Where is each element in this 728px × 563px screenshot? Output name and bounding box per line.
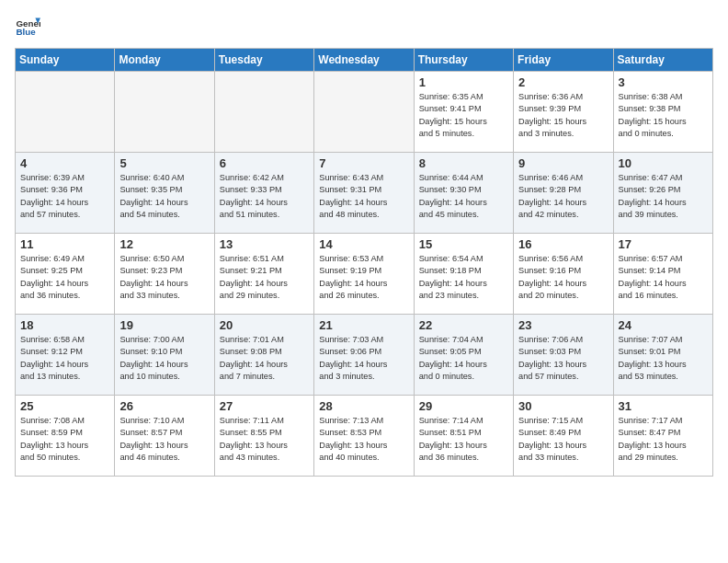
day-info: Sunrise: 6:36 AM Sunset: 9:39 PM Dayligh… [518,91,608,140]
day-number: 17 [619,237,708,251]
day-cell: 14Sunrise: 6:53 AM Sunset: 9:19 PM Dayli… [314,234,414,315]
day-info: Sunrise: 6:47 AM Sunset: 9:26 PM Dayligh… [619,172,708,221]
day-info: Sunrise: 6:40 AM Sunset: 9:35 PM Dayligh… [119,172,209,221]
weekday-header-row: SundayMondayTuesdayWednesdayThursdayFrid… [16,49,713,72]
day-cell: 17Sunrise: 6:57 AM Sunset: 9:14 PM Dayli… [613,234,712,315]
page-header: General Blue [15,15,713,40]
day-number: 24 [619,318,708,332]
day-info: Sunrise: 6:44 AM Sunset: 9:30 PM Dayligh… [419,172,508,221]
day-number: 6 [220,156,309,170]
day-cell: 30Sunrise: 7:15 AM Sunset: 8:49 PM Dayli… [514,396,613,477]
day-cell: 31Sunrise: 7:17 AM Sunset: 8:47 PM Dayli… [613,396,712,477]
day-number: 30 [518,399,608,413]
day-number: 2 [518,75,608,89]
day-cell: 22Sunrise: 7:04 AM Sunset: 9:05 PM Dayli… [414,315,513,396]
day-cell: 26Sunrise: 7:10 AM Sunset: 8:57 PM Dayli… [115,396,214,477]
weekday-header-thursday: Thursday [414,49,513,72]
day-cell: 13Sunrise: 6:51 AM Sunset: 9:21 PM Dayli… [214,234,313,315]
day-cell: 6Sunrise: 6:42 AM Sunset: 9:33 PM Daylig… [214,153,313,234]
day-number: 15 [419,237,508,251]
day-cell: 16Sunrise: 6:56 AM Sunset: 9:16 PM Dayli… [514,234,613,315]
weekday-header-monday: Monday [115,49,214,72]
day-cell: 3Sunrise: 6:38 AM Sunset: 9:38 PM Daylig… [613,72,712,153]
day-cell: 19Sunrise: 7:00 AM Sunset: 9:10 PM Dayli… [115,315,214,396]
day-info: Sunrise: 6:57 AM Sunset: 9:14 PM Dayligh… [619,253,708,302]
day-info: Sunrise: 6:38 AM Sunset: 9:38 PM Dayligh… [619,91,708,140]
day-number: 21 [319,318,408,332]
day-info: Sunrise: 6:49 AM Sunset: 9:25 PM Dayligh… [20,253,109,302]
day-cell: 18Sunrise: 6:58 AM Sunset: 9:12 PM Dayli… [16,315,115,396]
day-info: Sunrise: 6:58 AM Sunset: 9:12 PM Dayligh… [20,334,109,383]
day-cell: 29Sunrise: 7:14 AM Sunset: 8:51 PM Dayli… [414,396,513,477]
day-info: Sunrise: 7:08 AM Sunset: 8:59 PM Dayligh… [20,415,109,464]
day-cell: 9Sunrise: 6:46 AM Sunset: 9:28 PM Daylig… [514,153,613,234]
weekday-header-sunday: Sunday [16,49,115,72]
day-cell: 15Sunrise: 6:54 AM Sunset: 9:18 PM Dayli… [414,234,513,315]
day-info: Sunrise: 7:11 AM Sunset: 8:55 PM Dayligh… [220,415,309,464]
day-number: 1 [419,75,508,89]
day-info: Sunrise: 7:01 AM Sunset: 9:08 PM Dayligh… [220,334,309,383]
week-row-4: 18Sunrise: 6:58 AM Sunset: 9:12 PM Dayli… [16,315,713,396]
svg-text:Blue: Blue [16,27,36,37]
day-number: 23 [518,318,608,332]
day-cell: 11Sunrise: 6:49 AM Sunset: 9:25 PM Dayli… [16,234,115,315]
weekday-header-wednesday: Wednesday [314,49,414,72]
logo-icon: General Blue [15,15,40,40]
day-cell: 27Sunrise: 7:11 AM Sunset: 8:55 PM Dayli… [214,396,313,477]
day-cell: 2Sunrise: 6:36 AM Sunset: 9:39 PM Daylig… [514,72,613,153]
day-info: Sunrise: 7:04 AM Sunset: 9:05 PM Dayligh… [419,334,508,383]
day-number: 25 [20,399,109,413]
day-info: Sunrise: 6:46 AM Sunset: 9:28 PM Dayligh… [518,172,608,221]
day-number: 8 [419,156,508,170]
week-row-2: 4Sunrise: 6:39 AM Sunset: 9:36 PM Daylig… [16,153,713,234]
day-cell: 5Sunrise: 6:40 AM Sunset: 9:35 PM Daylig… [115,153,214,234]
day-cell: 10Sunrise: 6:47 AM Sunset: 9:26 PM Dayli… [613,153,712,234]
day-number: 28 [319,399,408,413]
day-number: 27 [220,399,309,413]
day-info: Sunrise: 7:06 AM Sunset: 9:03 PM Dayligh… [518,334,608,383]
day-info: Sunrise: 7:10 AM Sunset: 8:57 PM Dayligh… [119,415,209,464]
day-cell: 7Sunrise: 6:43 AM Sunset: 9:31 PM Daylig… [314,153,414,234]
day-cell [214,72,313,153]
day-number: 13 [220,237,309,251]
day-number: 22 [419,318,508,332]
day-info: Sunrise: 6:54 AM Sunset: 9:18 PM Dayligh… [419,253,508,302]
day-cell: 20Sunrise: 7:01 AM Sunset: 9:08 PM Dayli… [214,315,313,396]
day-info: Sunrise: 6:35 AM Sunset: 9:41 PM Dayligh… [419,91,508,140]
day-info: Sunrise: 6:39 AM Sunset: 9:36 PM Dayligh… [20,172,109,221]
week-row-5: 25Sunrise: 7:08 AM Sunset: 8:59 PM Dayli… [16,396,713,477]
day-cell: 25Sunrise: 7:08 AM Sunset: 8:59 PM Dayli… [16,396,115,477]
day-number: 4 [20,156,109,170]
day-cell: 1Sunrise: 6:35 AM Sunset: 9:41 PM Daylig… [414,72,513,153]
week-row-1: 1Sunrise: 6:35 AM Sunset: 9:41 PM Daylig… [16,72,713,153]
day-info: Sunrise: 7:14 AM Sunset: 8:51 PM Dayligh… [419,415,508,464]
day-number: 3 [619,75,708,89]
day-info: Sunrise: 7:03 AM Sunset: 9:06 PM Dayligh… [319,334,408,383]
day-info: Sunrise: 7:13 AM Sunset: 8:53 PM Dayligh… [319,415,408,464]
weekday-header-friday: Friday [514,49,613,72]
day-cell: 8Sunrise: 6:44 AM Sunset: 9:30 PM Daylig… [414,153,513,234]
day-number: 18 [20,318,109,332]
day-cell: 28Sunrise: 7:13 AM Sunset: 8:53 PM Dayli… [314,396,414,477]
day-cell: 23Sunrise: 7:06 AM Sunset: 9:03 PM Dayli… [514,315,613,396]
logo: General Blue [15,15,44,40]
week-row-3: 11Sunrise: 6:49 AM Sunset: 9:25 PM Dayli… [16,234,713,315]
day-info: Sunrise: 7:07 AM Sunset: 9:01 PM Dayligh… [619,334,708,383]
calendar-table: SundayMondayTuesdayWednesdayThursdayFrid… [15,48,713,477]
day-info: Sunrise: 7:00 AM Sunset: 9:10 PM Dayligh… [119,334,209,383]
day-cell: 4Sunrise: 6:39 AM Sunset: 9:36 PM Daylig… [16,153,115,234]
day-cell [115,72,214,153]
day-number: 16 [518,237,608,251]
day-number: 19 [119,318,209,332]
day-number: 14 [319,237,408,251]
day-cell: 24Sunrise: 7:07 AM Sunset: 9:01 PM Dayli… [613,315,712,396]
day-info: Sunrise: 7:17 AM Sunset: 8:47 PM Dayligh… [619,415,708,464]
day-number: 26 [119,399,209,413]
day-cell [16,72,115,153]
day-number: 20 [220,318,309,332]
day-info: Sunrise: 6:51 AM Sunset: 9:21 PM Dayligh… [220,253,309,302]
weekday-header-saturday: Saturday [613,49,712,72]
day-info: Sunrise: 6:53 AM Sunset: 9:19 PM Dayligh… [319,253,408,302]
day-number: 31 [619,399,708,413]
day-info: Sunrise: 6:50 AM Sunset: 9:23 PM Dayligh… [119,253,209,302]
